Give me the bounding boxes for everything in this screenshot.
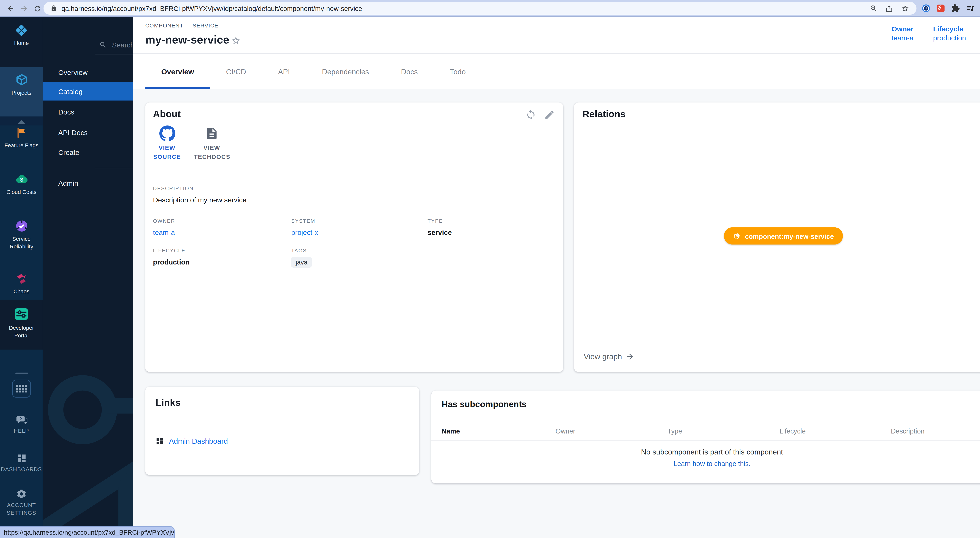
- sidebar-item-create[interactable]: Create: [43, 143, 133, 161]
- share-icon[interactable]: [885, 4, 893, 12]
- owner-value[interactable]: team-a: [892, 34, 913, 41]
- sidebar-divider-2: [95, 168, 133, 169]
- rail-item-help[interactable]: ? HELP: [0, 415, 43, 435]
- module-picker-button[interactable]: [12, 380, 31, 398]
- rail-item-developer-portal[interactable]: Developer Portal: [0, 306, 43, 339]
- tab-dependencies[interactable]: Dependencies: [306, 54, 385, 89]
- tab-api[interactable]: API: [262, 54, 306, 89]
- url-text: qa.harness.io/ng/account/px7xd_BFRCi-pfW…: [61, 5, 869, 12]
- relations-heading: Relations: [582, 108, 625, 119]
- browser-back-icon[interactable]: [6, 4, 15, 12]
- rail-item-projects[interactable]: Projects: [0, 73, 43, 97]
- links-heading: Links: [156, 397, 180, 408]
- tag-chip[interactable]: java: [291, 257, 312, 267]
- entity-header: COMPONENT — SERVICE my-new-service Owner…: [133, 17, 980, 89]
- type-field-label: TYPE: [428, 218, 443, 224]
- tab-cicd[interactable]: CI/CD: [210, 54, 262, 89]
- system-field-value[interactable]: project-x: [291, 229, 318, 236]
- lifecycle-value: production: [933, 34, 966, 41]
- sidebar-item-docs[interactable]: Docs: [43, 102, 133, 121]
- github-icon: [159, 126, 175, 142]
- type-field-value: service: [428, 229, 452, 236]
- sidebar-search[interactable]: Search: [99, 40, 133, 50]
- help-chat-icon: ?: [16, 415, 27, 425]
- edit-pencil-icon[interactable]: [544, 110, 555, 120]
- header-owner: Owner team-a: [892, 25, 913, 41]
- search-placeholder: Search: [112, 41, 133, 49]
- breadcrumb: COMPONENT — SERVICE: [145, 22, 218, 29]
- search-icon: [99, 41, 107, 49]
- lock-icon: [51, 5, 57, 11]
- column-owner[interactable]: Owner: [555, 427, 575, 435]
- table-divider: [431, 441, 980, 441]
- about-heading: About: [153, 108, 180, 119]
- rail-item-cloud-costs[interactable]: $ Cloud Costs: [0, 172, 43, 196]
- link-item-label: Admin Dashboard: [169, 437, 228, 445]
- extensions-puzzle-icon[interactable]: [951, 3, 960, 13]
- subcomponents-heading: Has subcomponents: [442, 400, 527, 409]
- rail-scroll-up-icon[interactable]: [17, 118, 25, 124]
- tab-todo[interactable]: Todo: [434, 54, 482, 89]
- rail-item-dashboards[interactable]: DASHBOARDS: [0, 453, 43, 473]
- sidebar-item-admin[interactable]: Admin: [43, 173, 133, 192]
- onepassword-extension-icon[interactable]: [921, 3, 931, 13]
- link-item[interactable]: Admin Dashboard: [156, 437, 228, 445]
- refresh-icon[interactable]: [525, 110, 536, 120]
- projects-cube-icon: [14, 73, 29, 87]
- owner-field-value[interactable]: team-a: [153, 229, 175, 236]
- svg-text:?: ?: [19, 417, 22, 421]
- todoist-extension-icon[interactable]: [936, 3, 945, 13]
- service-reliability-icon: [14, 219, 29, 233]
- sidebar-item-api-docs[interactable]: API Docs: [43, 123, 133, 142]
- favorite-star-icon[interactable]: [231, 36, 241, 46]
- entity-tabs: Overview CI/CD API Dependencies Docs Tod…: [145, 54, 482, 89]
- view-source-label: VIEW SOURCE: [150, 143, 184, 162]
- view-graph-link[interactable]: View graph: [584, 352, 634, 361]
- view-techdocs-action[interactable]: VIEW TECHDOCS: [194, 126, 230, 162]
- address-bar[interactable]: qa.harness.io/ng/account/px7xd_BFRCi-pfW…: [43, 2, 916, 15]
- sidebar-decoration: [43, 318, 133, 538]
- system-field-label: SYSTEM: [291, 218, 315, 224]
- empty-state-message: No subcomponent is part of this componen…: [431, 448, 980, 456]
- lifecycle-field-value: production: [153, 258, 190, 266]
- rail-item-account-settings[interactable]: ACCOUNT SETTINGS: [0, 489, 43, 517]
- module-rail: Home Projects Feature Flags $ Cloud Cost…: [0, 17, 43, 538]
- description-label: DESCRIPTION: [153, 186, 194, 191]
- links-card: Links Admin Dashboard: [145, 387, 419, 475]
- column-type[interactable]: Type: [668, 427, 682, 435]
- rail-item-chaos[interactable]: Chaos: [0, 272, 43, 296]
- rail-item-service-reliability[interactable]: Service Reliability: [0, 219, 43, 251]
- idp-sidebar: Search Overview Catalog Docs API Docs Cr…: [43, 17, 133, 538]
- developer-portal-icon: [14, 306, 30, 322]
- relation-node[interactable]: component:my-new-service: [724, 227, 843, 245]
- browser-reload-icon[interactable]: [33, 4, 41, 12]
- rail-item-home[interactable]: Home: [0, 24, 43, 47]
- dashboard-link-icon: [156, 437, 164, 445]
- playlist-extension-icon[interactable]: [966, 3, 975, 13]
- tab-overview[interactable]: Overview: [145, 54, 210, 89]
- browser-forward-icon[interactable]: [20, 4, 28, 12]
- page-title: my-new-service: [145, 33, 229, 47]
- view-source-action[interactable]: VIEW SOURCE: [150, 126, 184, 162]
- sidebar-item-catalog[interactable]: Catalog: [43, 82, 133, 100]
- dashboards-icon: [16, 453, 27, 463]
- column-name[interactable]: Name: [442, 427, 460, 435]
- empty-state-link[interactable]: Learn how to change this.: [431, 460, 980, 467]
- screen: qa.harness.io/ng/account/px7xd_BFRCi-pfW…: [0, 0, 980, 538]
- zoom-page-icon[interactable]: [869, 4, 878, 12]
- owner-label: Owner: [892, 25, 913, 33]
- bookmark-star-icon[interactable]: [901, 4, 909, 12]
- feature-flags-icon: [15, 126, 28, 140]
- about-card: About VIEW SOURCE VIEW TECHDOCS DESCRIPT…: [145, 102, 563, 372]
- column-description[interactable]: Description: [891, 427, 924, 435]
- description-value: Description of my new service: [153, 196, 247, 204]
- rail-item-feature-flags[interactable]: Feature Flags: [0, 126, 43, 150]
- tab-docs[interactable]: Docs: [385, 54, 434, 89]
- home-icon: [15, 24, 28, 37]
- arrow-right-icon: [625, 352, 634, 361]
- relation-node-label: component:my-new-service: [745, 232, 834, 240]
- component-chip-icon: [733, 232, 740, 240]
- header-lifecycle: Lifecycle production: [933, 25, 966, 41]
- sidebar-item-overview[interactable]: Overview: [43, 63, 133, 81]
- column-lifecycle[interactable]: Lifecycle: [780, 427, 805, 435]
